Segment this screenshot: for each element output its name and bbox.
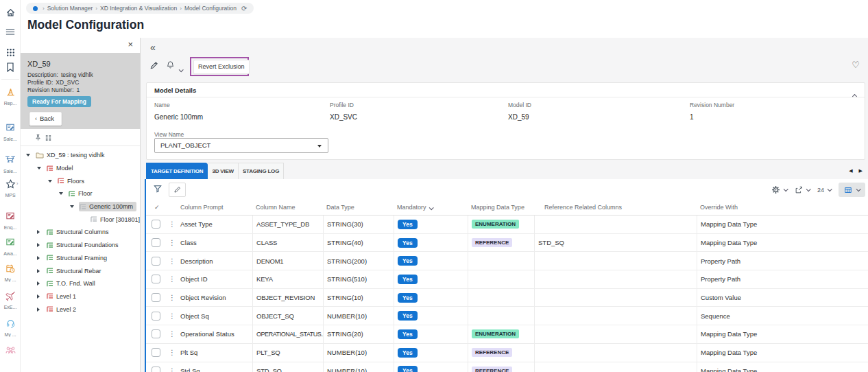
table-row[interactable]: ⋮ClassCLASSSTRING(40)YesREFERENCESTD_SQM… xyxy=(146,234,868,253)
column-header[interactable]: Column Name xyxy=(252,204,323,211)
tree-caret-icon[interactable] xyxy=(48,180,57,183)
row-checkbox[interactable] xyxy=(152,312,160,321)
column-header[interactable]: Mandatory xyxy=(394,204,468,211)
table-export-control[interactable] xyxy=(795,186,810,194)
favorite-heart-icon[interactable]: ♡ xyxy=(852,60,860,70)
tree-item[interactable]: Level 1 xyxy=(21,290,140,303)
tree-item[interactable]: Floor xyxy=(21,187,140,200)
table-row[interactable]: ⋮Object IDKEYASTRING(510)YesProperty Pat… xyxy=(146,270,868,289)
cone-icon[interactable] xyxy=(0,87,21,97)
tree-caret-icon[interactable] xyxy=(26,154,35,156)
view-name-select[interactable]: PLANT_OBJECT xyxy=(154,138,328,153)
table-row[interactable]: ⋮Asset TypeASSET_TYPE_DBSTRING(30)YesENU… xyxy=(146,216,868,234)
grid-icon[interactable] xyxy=(0,48,21,57)
breadcrumb-item[interactable]: Solution Manager xyxy=(47,5,93,12)
edit-icon[interactable] xyxy=(149,61,158,70)
row-checkbox[interactable] xyxy=(152,329,160,338)
back-button[interactable]: ‹Back xyxy=(29,112,62,126)
tree-item[interactable]: T.O. Fnd. Wall xyxy=(21,277,140,290)
row-checkbox[interactable] xyxy=(152,367,160,372)
row-checkbox[interactable] xyxy=(152,293,160,302)
tab-pager[interactable]: ◀▶ xyxy=(843,168,863,174)
column-header[interactable]: Column Prompt xyxy=(177,204,252,211)
tree-item[interactable]: Floor [301801] xyxy=(21,213,140,226)
tree-item[interactable]: Model xyxy=(21,162,140,175)
tree-caret-icon[interactable] xyxy=(37,269,46,273)
tree-item[interactable]: Structural Framing xyxy=(21,252,140,265)
tab-3d-view[interactable]: 3D VIEW xyxy=(208,163,239,179)
table-row[interactable]: ⋮Object SqOBJECT_SQNUMBER(10)YesSequence xyxy=(146,307,868,325)
table-row[interactable]: ⋮Object RevisionOBJECT_REVISIONSTRING(10… xyxy=(146,289,868,307)
column-header[interactable]: Override With xyxy=(697,204,868,211)
plane-icon[interactable] xyxy=(0,291,21,301)
filter-icon[interactable] xyxy=(154,185,162,193)
row-checkbox[interactable] xyxy=(152,257,160,266)
bell-icon[interactable] xyxy=(166,60,175,69)
collapse-panel-icon[interactable]: « xyxy=(150,42,156,53)
row-menu-icon[interactable]: ⋮ xyxy=(165,325,177,343)
revert-exclusion-button[interactable]: Revert Exclusion xyxy=(193,60,250,74)
breadcrumb-item[interactable]: XD Integration & Visualization xyxy=(100,5,177,12)
doc-edit-icon[interactable] xyxy=(0,237,21,246)
tree-caret-icon[interactable] xyxy=(37,307,46,312)
chevron-down-icon[interactable] xyxy=(179,62,182,75)
column-header[interactable]: Reference Related Columns xyxy=(534,204,697,211)
table-row[interactable]: ⋮Operational StatusOPERATIONAL_STATUS...… xyxy=(146,325,868,344)
doc-edit-icon[interactable] xyxy=(0,123,21,132)
tree-caret-icon[interactable] xyxy=(37,294,46,299)
table-settings-control[interactable] xyxy=(771,185,787,194)
layout-grid-icon[interactable] xyxy=(45,134,52,141)
table-view-button[interactable] xyxy=(839,183,865,197)
drone-icon[interactable] xyxy=(0,155,21,163)
tree-caret-icon[interactable] xyxy=(37,167,46,170)
people-icon[interactable] xyxy=(0,346,21,354)
row-menu-icon[interactable]: ⋮ xyxy=(165,289,177,307)
page-right-icon[interactable]: ▶ xyxy=(859,168,863,173)
tree-item[interactable]: Structural Columns xyxy=(21,226,140,239)
row-menu-icon[interactable]: ⋮ xyxy=(165,307,177,325)
tree-item[interactable]: Generic 100mm xyxy=(21,200,140,213)
table-row[interactable]: ⋮Std SqSTD_SQNUMBER(10)YesREFERENCEMappi… xyxy=(146,362,868,372)
tree-caret-icon[interactable] xyxy=(37,243,46,247)
breadcrumb[interactable]: ›Solution Manager›XD Integration & Visua… xyxy=(26,3,254,14)
pin-icon[interactable] xyxy=(34,134,42,141)
table-edit-button[interactable] xyxy=(169,183,186,197)
tree-item[interactable]: Level 2 xyxy=(21,303,140,316)
tab-staging-log[interactable]: STAGING LOG xyxy=(239,163,284,179)
tree-caret-icon[interactable] xyxy=(37,281,46,286)
row-menu-icon[interactable]: ⋮ xyxy=(165,270,177,288)
row-checkbox[interactable] xyxy=(152,348,160,357)
tree-item[interactable]: Structural Rebar xyxy=(21,264,140,277)
tree-caret-icon[interactable] xyxy=(70,205,79,208)
page-left-icon[interactable]: ◀ xyxy=(849,168,852,173)
home-icon[interactable] xyxy=(0,8,21,18)
tree-caret-icon[interactable] xyxy=(37,256,46,260)
doc-edit-icon[interactable] xyxy=(0,211,21,220)
bookmark-icon[interactable] xyxy=(0,62,21,72)
tab-target-definition[interactable]: TARGET DEFINITION xyxy=(146,163,208,179)
row-menu-icon[interactable]: ⋮ xyxy=(165,234,177,252)
menu-icon[interactable] xyxy=(0,28,21,36)
tree-item[interactable]: Structural Foundations xyxy=(21,239,140,252)
tree-caret-icon[interactable] xyxy=(59,192,68,195)
calendar-icon[interactable] xyxy=(0,264,21,273)
row-menu-icon[interactable]: ⋮ xyxy=(165,362,177,372)
tree-item[interactable]: Floors xyxy=(21,174,140,187)
tree-item[interactable]: XD_59 : tesing vidhlk xyxy=(21,149,140,162)
tree-caret-icon[interactable] xyxy=(37,230,46,234)
close-icon[interactable]: × xyxy=(128,40,133,49)
page-size-control[interactable]: 24 xyxy=(817,187,831,194)
row-checkbox[interactable] xyxy=(152,275,160,283)
row-checkbox[interactable] xyxy=(152,238,160,247)
table-row[interactable]: ⋮Plt SqPLT_SQNUMBER(10)YesREFERENCEMappi… xyxy=(146,344,868,362)
row-menu-icon[interactable]: ⋮ xyxy=(165,216,177,233)
row-menu-icon[interactable]: ⋮ xyxy=(165,344,177,362)
select-all-check[interactable]: ✓ xyxy=(146,204,165,211)
refresh-icon[interactable]: ⟳ xyxy=(241,5,247,12)
breadcrumb-item[interactable]: Model Configuration xyxy=(184,5,237,12)
column-header[interactable]: Data Type xyxy=(323,204,394,211)
column-header[interactable]: Mapping Data Type xyxy=(468,204,534,211)
headset-icon[interactable] xyxy=(0,318,21,328)
star-expand-icon[interactable]: › xyxy=(16,181,18,186)
row-checkbox[interactable] xyxy=(152,220,160,229)
